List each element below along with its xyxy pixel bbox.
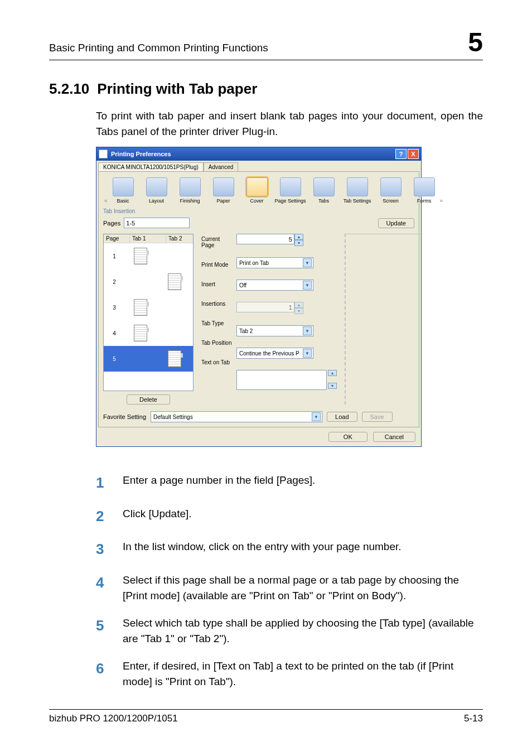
insertions-spinner[interactable]: ▲▼ <box>236 302 337 314</box>
ok-button[interactable]: OK <box>328 432 367 442</box>
forms-icon <box>414 177 435 196</box>
titlebar: Printing Preferences ? X <box>96 147 421 161</box>
cover-icon <box>246 177 268 196</box>
scroll-left-icon[interactable]: « <box>103 198 109 204</box>
help-button[interactable]: ? <box>395 149 407 159</box>
paper-icon <box>213 177 234 196</box>
insertions-label: Insertions <box>201 301 232 307</box>
page-icon <box>134 248 147 264</box>
toolbar-tab-settings[interactable]: Tab Settings <box>343 177 372 204</box>
tab-plugin[interactable]: KONICA MINOLTA1200/1051PS(Plug) <box>98 162 204 171</box>
toolbar-layout[interactable]: Layout <box>142 177 171 204</box>
tab-position-label: Tab Position <box>201 340 232 346</box>
scroll-up-icon[interactable]: ▲ <box>328 370 337 376</box>
scroll-right-icon[interactable]: » <box>439 198 444 204</box>
chevron-down-icon: ▼ <box>303 326 312 335</box>
tab-type-label: Tab Type <box>201 320 232 326</box>
print-mode-label: Print Mode <box>201 262 232 268</box>
page-icon <box>168 350 181 367</box>
step-number: 6 <box>96 658 107 689</box>
save-button: Save <box>362 412 393 422</box>
favorite-select[interactable]: Default Settings▼ <box>151 411 322 422</box>
panel-label: Tab Insertion <box>103 208 414 214</box>
footer-left: bizhub PRO 1200/1200P/1051 <box>49 713 178 724</box>
toolbar-paper[interactable]: Paper <box>209 177 238 204</box>
insert-select[interactable]: Off▼ <box>236 280 313 291</box>
step-text: In the list window, click on the entry w… <box>123 539 402 560</box>
screen-icon <box>380 177 402 196</box>
toolbar-page-settings[interactable]: Page Settings <box>276 177 305 204</box>
list-row[interactable]: 1 <box>104 243 193 269</box>
text-on-tab-input[interactable] <box>236 370 327 390</box>
tab-advanced[interactable]: Advanced <box>204 162 238 171</box>
tab-type-select[interactable]: Tab 2▼ <box>236 325 313 336</box>
toolbar-finishing[interactable]: Finishing <box>176 177 205 204</box>
page-list[interactable]: Page Tab 1 Tab 2 12345 <box>103 234 194 391</box>
update-button[interactable]: Update <box>378 218 414 228</box>
step-text: Select which tab type shall be applied b… <box>123 615 483 646</box>
dialog-title: Printing Preferences <box>111 151 171 157</box>
current-page-label: Current Page <box>201 236 232 248</box>
list-row[interactable]: 5 <box>104 346 193 372</box>
step-text: Click [Update]. <box>123 506 192 527</box>
chevron-down-icon: ▼ <box>303 349 312 358</box>
current-page-spinner[interactable]: ▲▼ <box>236 234 337 246</box>
insertions-value <box>236 302 294 312</box>
chapter-number: 5 <box>468 27 483 57</box>
insert-label: Insert <box>201 281 232 287</box>
printing-preferences-dialog: Printing Preferences ? X KONICA MINOLTA1… <box>96 147 422 447</box>
step-number: 5 <box>96 615 107 646</box>
step-text: Enter, if desired, in [Text on Tab] a te… <box>123 658 483 689</box>
tab-settings-icon <box>347 177 368 196</box>
step-number: 1 <box>96 473 107 494</box>
toolbar-cover[interactable]: Cover <box>243 177 272 204</box>
step: 1Enter a page number in the field [Pages… <box>96 473 483 494</box>
toolbar-basic[interactable]: Basic <box>109 177 138 204</box>
running-title: Basic Printing and Common Printing Funct… <box>49 42 268 54</box>
toolbar-tabs[interactable]: Tabs <box>309 177 338 204</box>
tabs-icon <box>313 177 335 196</box>
print-mode-select[interactable]: Print on Tab▼ <box>236 257 313 268</box>
scroll-down-icon[interactable]: ▼ <box>328 383 337 389</box>
list-row[interactable]: 4 <box>104 320 193 346</box>
text-on-tab-label: Text on Tab <box>201 359 232 365</box>
list-row[interactable]: 3 <box>104 295 193 320</box>
step: 3In the list window, click on the entry … <box>96 539 483 560</box>
app-icon <box>99 150 108 158</box>
cancel-button[interactable]: Cancel <box>373 432 415 442</box>
page-icon <box>134 299 147 316</box>
preview-pane <box>345 234 423 405</box>
close-button[interactable]: X <box>408 149 419 159</box>
page-icon <box>168 273 181 290</box>
chevron-down-icon: ▼ <box>303 281 312 290</box>
delete-button[interactable]: Delete <box>127 394 170 405</box>
page-settings-icon <box>280 177 301 196</box>
tab-position-select[interactable]: Continue the Previous P▼ <box>236 348 313 359</box>
layout-icon <box>146 177 167 196</box>
col-tab2: Tab 2 <box>166 234 193 243</box>
step: 2Click [Update]. <box>96 506 483 527</box>
load-button[interactable]: Load <box>327 412 357 422</box>
col-page: Page <box>104 234 130 243</box>
page-icon <box>134 325 147 341</box>
finishing-icon <box>180 177 201 196</box>
pages-input[interactable] <box>124 218 190 228</box>
favorite-label: Favorite Setting <box>103 413 146 420</box>
section-intro: To print with tab paper and insert blank… <box>96 108 483 139</box>
step-number: 2 <box>96 506 107 527</box>
step-number: 3 <box>96 539 107 560</box>
section-number: 5.2.10 <box>49 80 89 98</box>
pages-label: Pages <box>103 220 120 227</box>
toolbar-screen[interactable]: Screen <box>376 177 405 204</box>
chevron-down-icon: ▼ <box>303 258 312 267</box>
current-page-value[interactable] <box>236 234 294 244</box>
spin-down-icon[interactable]: ▼ <box>294 240 303 246</box>
spin-up-icon[interactable]: ▲ <box>294 234 303 240</box>
footer-right: 5-13 <box>464 713 483 724</box>
section-title: Printing with Tab paper <box>97 80 257 98</box>
list-row[interactable]: 2 <box>104 269 193 295</box>
step: 5Select which tab type shall be applied … <box>96 615 483 646</box>
chevron-down-icon: ▼ <box>312 412 321 421</box>
toolbar-forms[interactable]: Forms <box>410 177 439 204</box>
step-text: Enter a page number in the field [Pages]… <box>123 473 315 494</box>
